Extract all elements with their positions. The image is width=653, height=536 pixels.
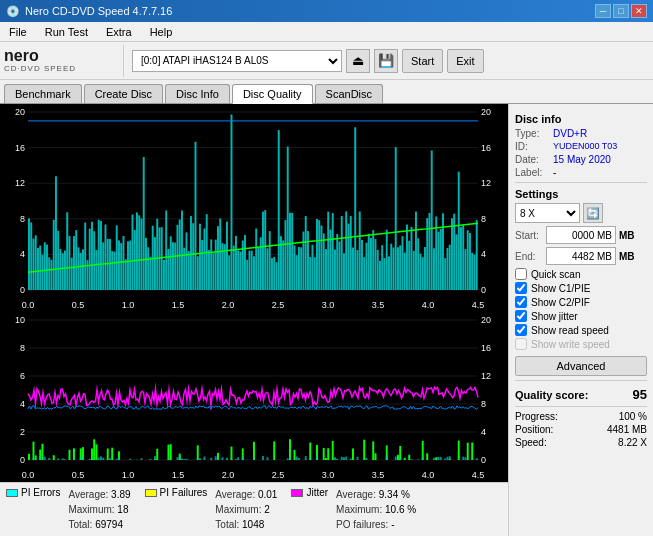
show-jitter-label: Show jitter (531, 311, 578, 322)
pi-errors-total-val: 69794 (95, 519, 123, 530)
quick-scan-checkbox[interactable] (515, 268, 527, 280)
show-read-speed-row: Show read speed (515, 324, 647, 336)
show-read-speed-label: Show read speed (531, 325, 609, 336)
maximize-button[interactable]: □ (613, 4, 629, 18)
divider-2 (515, 380, 647, 381)
chart-container-top (0, 104, 508, 312)
pi-failures-max-val: 2 (264, 504, 270, 515)
advanced-button[interactable]: Advanced (515, 356, 647, 376)
disc-date-row: Date: 15 May 2020 (515, 154, 647, 165)
progress-value: 100 % (619, 411, 647, 422)
end-label: End: (515, 251, 543, 262)
pi-failures-max-label: Maximum: (215, 504, 264, 515)
show-c2-pif-label: Show C2/PIF (531, 297, 590, 308)
pi-errors-avg-label: Average: (68, 489, 111, 500)
jitter-legend-label: Jitter (306, 487, 328, 498)
speed-label: Speed: (515, 437, 547, 448)
disc-date-val: 15 May 2020 (553, 154, 611, 165)
menu-help[interactable]: Help (145, 24, 178, 40)
pi-failures-total-label: Total: (215, 519, 242, 530)
po-failures-val: - (391, 519, 394, 530)
start-button[interactable]: Start (402, 49, 443, 73)
quality-score-label: Quality score: (515, 389, 588, 401)
start-row: Start: MB (515, 226, 647, 244)
start-mb-label: MB (619, 230, 635, 241)
start-label: Start: (515, 230, 543, 241)
drive-select[interactable]: [0:0] ATAPI iHAS124 B AL0S (132, 50, 342, 72)
show-write-speed-label: Show write speed (531, 339, 610, 350)
pi-errors-total-label: Total: (68, 519, 95, 530)
pi-failures-stats: Average: 0.01 Maximum: 2 Total: 1048 (215, 487, 277, 532)
tabs: Benchmark Create Disc Disc Info Disc Qua… (0, 80, 653, 104)
end-mb-label: MB (619, 251, 635, 262)
save-icon-btn[interactable]: 💾 (374, 49, 398, 73)
tab-disc-quality[interactable]: Disc Quality (232, 84, 313, 104)
exit-button[interactable]: Exit (447, 49, 483, 73)
jitter-avg-label: Average: (336, 489, 379, 500)
start-input[interactable] (546, 226, 616, 244)
position-row: Position: 4481 MB (515, 424, 647, 435)
show-write-speed-checkbox (515, 338, 527, 350)
menu-extra[interactable]: Extra (101, 24, 137, 40)
end-row: End: MB (515, 247, 647, 265)
disc-type-row: Type: DVD+R (515, 128, 647, 139)
show-jitter-checkbox[interactable] (515, 310, 527, 322)
disc-info-title: Disc info (515, 113, 647, 125)
jitter-max-val: 10.6 % (385, 504, 416, 515)
disc-id-key: ID: (515, 141, 550, 152)
settings-title: Settings (515, 188, 647, 200)
disc-type-val: DVD+R (553, 128, 587, 139)
disc-label-key: Label: (515, 167, 550, 178)
tab-benchmark[interactable]: Benchmark (4, 84, 82, 103)
tab-scan-disc[interactable]: ScanDisc (315, 84, 383, 103)
legend-jitter: Jitter (291, 487, 328, 498)
show-c1-pie-label: Show C1/PIE (531, 283, 590, 294)
end-input[interactable] (546, 247, 616, 265)
pi-errors-color (6, 489, 18, 497)
title-bar: 💿 Nero CD-DVD Speed 4.7.7.16 ─ □ ✕ (0, 0, 653, 22)
tab-create-disc[interactable]: Create Disc (84, 84, 163, 103)
chart-container-bottom (0, 312, 508, 482)
progress-label: Progress: (515, 411, 558, 422)
right-panel: Disc info Type: DVD+R ID: YUDEN000 T03 D… (508, 104, 653, 536)
speed-select[interactable]: 8 X (515, 203, 580, 223)
show-c1-pie-checkbox[interactable] (515, 282, 527, 294)
pi-errors-max-label: Maximum: (68, 504, 117, 515)
show-jitter-row: Show jitter (515, 310, 647, 322)
close-window-button[interactable]: ✕ (631, 4, 647, 18)
jitter-stats: Average: 9.34 % Maximum: 10.6 % PO failu… (336, 487, 416, 532)
jitter-avg-val: 9.34 % (379, 489, 410, 500)
position-label: Position: (515, 424, 553, 435)
divider-3 (515, 406, 647, 407)
disc-id-row: ID: YUDEN000 T03 (515, 141, 647, 152)
disc-date-key: Date: (515, 154, 550, 165)
pi-failures-total-val: 1048 (242, 519, 264, 530)
title-bar-title: Nero CD-DVD Speed 4.7.7.16 (25, 5, 172, 17)
title-bar-controls: ─ □ ✕ (595, 4, 647, 18)
show-read-speed-checkbox[interactable] (515, 324, 527, 336)
quick-scan-label: Quick scan (531, 269, 580, 280)
chart-bottom-bar: PI Errors Average: 3.89 Maximum: 18 Tota… (0, 482, 508, 536)
legend-pi-failures: PI Failures (145, 487, 208, 498)
legend-pi-errors: PI Errors (6, 487, 60, 498)
minimize-button[interactable]: ─ (595, 4, 611, 18)
speed-value: 8.22 X (618, 437, 647, 448)
tab-disc-info[interactable]: Disc Info (165, 84, 230, 103)
quality-score-value: 95 (633, 387, 647, 402)
refresh-icon-btn[interactable]: 🔄 (583, 203, 603, 223)
top-chart (0, 104, 508, 312)
progress-row: Progress: 100 % (515, 411, 647, 422)
charts-area: PI Errors Average: 3.89 Maximum: 18 Tota… (0, 104, 508, 536)
pi-failures-avg-val: 0.01 (258, 489, 277, 500)
position-value: 4481 MB (607, 424, 647, 435)
menu-file[interactable]: File (4, 24, 32, 40)
speed-setting-row: 8 X 🔄 (515, 203, 647, 223)
menu-run-test[interactable]: Run Test (40, 24, 93, 40)
show-c2-pif-checkbox[interactable] (515, 296, 527, 308)
speed-row: Speed: 8.22 X (515, 437, 647, 448)
po-failures-label: PO failures: (336, 519, 391, 530)
eject-icon-btn[interactable]: ⏏ (346, 49, 370, 73)
show-c2-pif-row: Show C2/PIF (515, 296, 647, 308)
show-write-speed-row: Show write speed (515, 338, 647, 350)
nero-logo-subtitle: CD·DVD SPEED (4, 64, 76, 73)
